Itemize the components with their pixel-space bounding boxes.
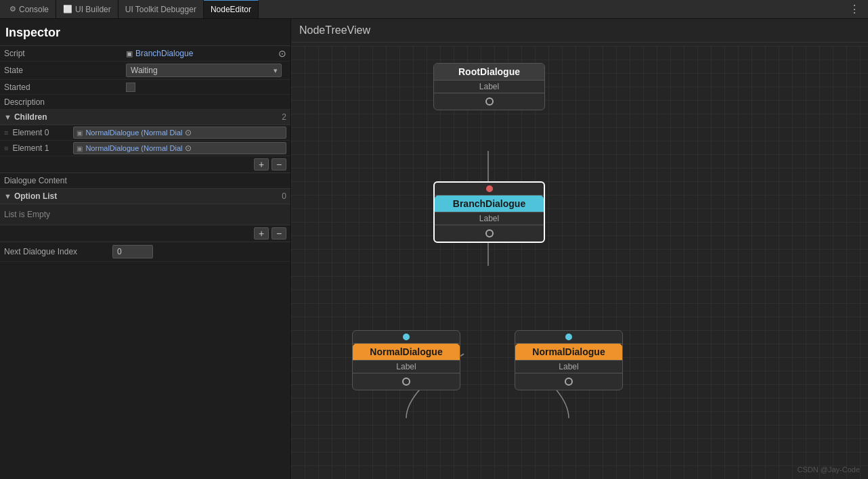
branch-node-label: Label: [435, 212, 544, 225]
normal-node-1-output-port[interactable]: [402, 378, 410, 386]
element-0-info-button[interactable]: ⊙: [185, 128, 192, 137]
option-list-arrow-icon: ▼: [4, 192, 12, 200]
element-0-handle-icon: ≡: [4, 129, 8, 137]
ui-builder-icon: ⬜: [63, 5, 72, 14]
started-label: Started: [4, 83, 126, 92]
normal-node-2-port-row: [515, 373, 622, 390]
state-row: State Waiting Running Finished: [0, 62, 290, 80]
next-dialogue-row: Next Dialogue Index: [0, 242, 290, 262]
option-list-title: Option List: [14, 191, 57, 201]
option-list-count: 0: [282, 191, 286, 201]
tab-node-editor[interactable]: NodeEditor: [204, 0, 259, 18]
state-label: State: [4, 66, 126, 75]
connections-svg: [291, 73, 868, 479]
description-row: Description: [0, 95, 290, 110]
element-1-label: Element 1: [12, 143, 73, 153]
next-dialogue-input[interactable]: [112, 245, 153, 258]
node-tree-title: NodeTreeView: [291, 19, 868, 43]
script-value: ▣ BranchDialogue ⊙: [126, 48, 286, 59]
normal-node-2-label: Label: [515, 360, 622, 373]
script-row: Script ▣ BranchDialogue ⊙: [0, 46, 290, 62]
option-list-remove-button[interactable]: −: [272, 227, 286, 240]
root-node-header: RootDialogue: [434, 64, 544, 80]
watermark: CSDN @Jay-Code: [798, 465, 860, 474]
children-section-header[interactable]: ▼ Children 2: [0, 110, 290, 125]
console-icon: ⚙: [9, 5, 16, 14]
tab-console[interactable]: ⚙ Console: [3, 0, 56, 18]
option-list-add-button[interactable]: +: [254, 227, 269, 240]
state-select[interactable]: Waiting Running Finished: [126, 64, 282, 77]
script-icon: ▣: [126, 49, 133, 58]
normal-node-1-header: NormalDialogue: [353, 344, 460, 360]
option-list-section-header[interactable]: ▼ Option List 0: [0, 189, 290, 204]
description-label: Description: [4, 97, 126, 107]
root-node-output-port[interactable]: [485, 97, 494, 106]
children-count: 2: [282, 112, 286, 122]
option-list-add-remove-row: + −: [0, 225, 290, 242]
branch-node-port-row: [435, 225, 544, 242]
normal-node-2[interactable]: NormalDialogue Label: [515, 330, 623, 390]
tab-ui-builder[interactable]: ⬜ UI Builder: [56, 0, 118, 18]
children-arrow-icon: ▼: [4, 113, 12, 121]
children-add-button[interactable]: +: [254, 158, 269, 170]
root-node-port-row: [434, 93, 544, 110]
element-0-row: ≡ Element 0 ▣ NormalDialogue (Normal Dia…: [0, 125, 290, 141]
normal-node-2-header: NormalDialogue: [515, 344, 622, 360]
children-remove-button[interactable]: −: [272, 158, 286, 170]
empty-list-message: List is Empty: [0, 204, 290, 225]
children-add-remove-row: + −: [0, 156, 290, 173]
root-node-label: Label: [434, 80, 544, 93]
script-info-button[interactable]: ⊙: [278, 48, 286, 59]
started-row: Started: [0, 80, 290, 95]
top-bar: ⚙ Console ⬜ UI Builder UI Toolkit Debugg…: [0, 0, 868, 19]
inspector-title: Inspector: [0, 19, 290, 46]
branch-node-output-port[interactable]: [485, 229, 494, 237]
state-select-wrap[interactable]: Waiting Running Finished: [126, 64, 282, 77]
inspector-panel: Inspector Script ▣ BranchDialogue ⊙ Stat…: [0, 19, 291, 479]
element-1-handle-icon: ≡: [4, 144, 8, 152]
branch-node-input-port[interactable]: [486, 185, 493, 192]
normal-node-1-label: Label: [353, 360, 460, 373]
menu-dots-icon[interactable]: ⋮: [849, 3, 865, 16]
node-tree-canvas[interactable]: RootDialogue Label BranchDialogue Label: [291, 46, 868, 479]
started-checkbox[interactable]: [126, 83, 135, 92]
script-label: Script: [4, 49, 126, 58]
element-1-icon: ▣: [77, 145, 83, 152]
normal-node-1-input-port[interactable]: [403, 334, 410, 340]
main-layout: Inspector Script ▣ BranchDialogue ⊙ Stat…: [0, 19, 868, 479]
root-node[interactable]: RootDialogue Label: [433, 63, 545, 110]
branch-node[interactable]: BranchDialogue Label: [433, 181, 545, 243]
next-dialogue-label: Next Dialogue Index: [4, 247, 112, 256]
normal-node-1-port-row: [353, 373, 460, 390]
node-tree-panel: NodeTreeView RootDialogue Label: [291, 19, 868, 479]
element-0-icon: ▣: [77, 129, 83, 137]
branch-node-header: BranchDialogue: [435, 196, 544, 212]
element-0-value[interactable]: ▣ NormalDialogue (Normal Dial ⊙: [73, 127, 286, 139]
element-1-info-button[interactable]: ⊙: [185, 143, 192, 153]
children-section-title: Children: [14, 112, 47, 122]
element-1-value[interactable]: ▣ NormalDialogue (Normal Dial ⊙: [73, 142, 286, 154]
normal-node-1[interactable]: NormalDialogue Label: [352, 330, 460, 390]
normal-node-2-output-port[interactable]: [565, 378, 573, 386]
normal-node-2-input-port[interactable]: [565, 334, 572, 340]
dialogue-content-label: Dialogue Content: [4, 176, 67, 185]
tab-ui-toolkit[interactable]: UI Toolkit Debugger: [118, 0, 204, 18]
dialogue-content-section: Dialogue Content: [0, 173, 290, 189]
element-0-label: Element 0: [12, 128, 73, 137]
element-1-row: ≡ Element 1 ▣ NormalDialogue (Normal Dia…: [0, 141, 290, 156]
